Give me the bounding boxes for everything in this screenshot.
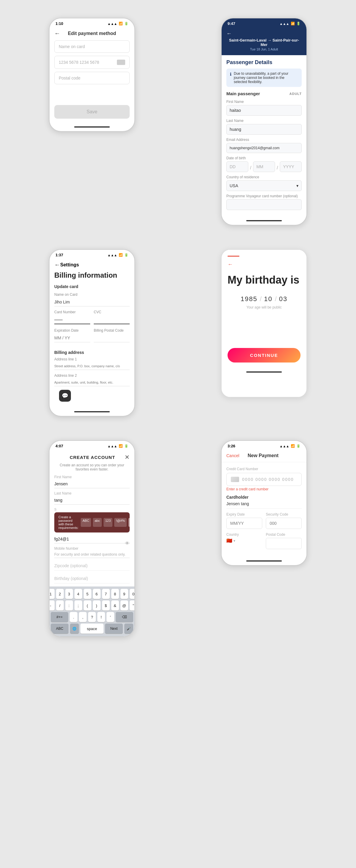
time-3: 1:37 [56, 253, 63, 257]
name-on-card-input-3[interactable] [54, 298, 130, 306]
key-ampersand[interactable]: & [111, 600, 119, 611]
first-name-label: First Name [226, 100, 302, 104]
key-quote[interactable]: " [130, 600, 135, 611]
dob-dd[interactable]: DD [226, 161, 248, 172]
status-icons-1: ▲▲▲ 📶 🔋 [108, 22, 128, 26]
screen1-phone: 1:10 ▲▲▲ 📶 🔋 ← Edit payment method Name … [49, 18, 135, 132]
cvc-section: CVC [94, 310, 130, 325]
backspace-key[interactable]: ⌫ [116, 612, 133, 622]
lastname-input[interactable] [54, 496, 130, 505]
key-exclaim[interactable]: ! [97, 612, 105, 622]
email-value[interactable]: huangshengxi2014@gmail.com [226, 143, 302, 153]
settings-nav: ← Settings [54, 259, 130, 271]
address2-label: Address line 2 [54, 373, 130, 378]
key-2[interactable]: 2 [56, 589, 64, 599]
address1-input[interactable] [54, 363, 130, 370]
expiry-input-6[interactable] [226, 518, 262, 529]
country-select[interactable]: USA ▾ [226, 180, 302, 191]
nav-bar-1: ← Edit payment method [50, 28, 135, 40]
screen2-header: ← Saint-Germain-Laval → Saint-Pair-sur-M… [221, 28, 306, 55]
postal-label-3: Billing Postal Code [94, 329, 130, 333]
screen4-content: ← My birthday is 1985 / 10 / 03 Your age… [221, 250, 306, 368]
save-button[interactable]: Save [54, 105, 130, 119]
key-3[interactable]: 3 [65, 589, 73, 599]
birthday-date-row: 1985 / 10 / 03 [228, 295, 300, 303]
key-more-symbols[interactable]: #+= [51, 612, 68, 622]
name-on-card-field[interactable]: Name on card [54, 40, 130, 53]
key-5[interactable]: 5 [84, 589, 91, 599]
key-7[interactable]: 7 [102, 589, 110, 599]
signal-icon: ▲▲▲ [108, 22, 117, 26]
first-name-value[interactable]: haitao [226, 105, 302, 116]
security-input[interactable] [266, 518, 302, 529]
back-button-4[interactable]: ← [228, 261, 300, 268]
key-comma[interactable]: , [79, 612, 87, 622]
postal-input-6[interactable] [266, 538, 302, 549]
req-chars: 8 Characters [128, 518, 135, 527]
abc-key[interactable]: ABC [51, 624, 68, 633]
key-1[interactable]: 1 [49, 589, 55, 599]
key-9[interactable]: 9 [120, 589, 128, 599]
key-0[interactable]: 0 [130, 589, 135, 599]
key-4[interactable]: 4 [75, 589, 82, 599]
chat-button[interactable]: 💬 [59, 390, 71, 402]
next-key[interactable]: Next [105, 624, 123, 633]
key-apostrophe[interactable]: ' [107, 612, 114, 622]
key-minus[interactable]: - [49, 600, 55, 611]
firstname-input[interactable] [54, 480, 130, 488]
key-question[interactable]: ? [88, 612, 96, 622]
cc-error-message: Enter a credit card number [226, 487, 302, 491]
cvc-input[interactable] [94, 315, 130, 324]
screen3-phone: 1:37 ▲▲▲ 📶 🔋 ← Settings Billing informat… [49, 249, 135, 416]
postal-label-6: Postal Code [266, 532, 302, 537]
card-number-label-3: Card Number [54, 310, 90, 314]
keyboard: 1 2 3 4 5 6 7 8 9 0 - / : [50, 587, 135, 636]
mic-icon-key[interactable]: 🎤 [124, 624, 133, 633]
cc-label: Credit Card Number [226, 467, 302, 471]
postal-field[interactable]: Postal code [54, 72, 130, 84]
mobile-label: Mobile Number [54, 547, 130, 551]
cardholder-value[interactable]: Jensen tang [226, 501, 302, 509]
key-6[interactable]: 6 [93, 589, 100, 599]
passenger-content: Passenger Details ℹ Due to unavailabilit… [221, 55, 306, 217]
address2-input[interactable] [54, 379, 130, 386]
country-selector[interactable]: 🇨🇳 ▾ [226, 538, 262, 544]
cancel-button[interactable]: Cancel [226, 453, 239, 458]
close-button[interactable]: ✕ [125, 454, 130, 461]
cc-number-field[interactable]: 0000 0000 0000 0000 [226, 473, 302, 486]
password-tooltip: Create a password with these requirement… [54, 512, 130, 532]
programme-input[interactable] [226, 199, 302, 210]
info-text: Due to unavailability, a part of your jo… [234, 71, 298, 84]
back-button-3[interactable]: ← [54, 261, 60, 268]
key-at[interactable]: @ [120, 600, 128, 611]
key-closeparen[interactable]: ) [93, 600, 100, 611]
password-input[interactable] [54, 535, 130, 544]
dob-label: Date of birth [226, 156, 302, 160]
postal-input-3[interactable] [94, 334, 130, 342]
back-button-2[interactable]: ← [226, 31, 232, 37]
back-button-1[interactable]: ← [54, 30, 60, 37]
key-dollar[interactable]: $ [102, 600, 110, 611]
dob-yyyy[interactable]: YYYY [280, 161, 302, 172]
card-number-field[interactable]: 1234 5678 1234 5678 [54, 56, 130, 69]
last-name-value[interactable]: huang [226, 124, 302, 135]
name-placeholder: Name on card [59, 44, 85, 49]
billing-address-label: Billing address [54, 350, 130, 355]
key-semicolon[interactable]: ; [75, 600, 82, 611]
expiry-input[interactable] [54, 334, 90, 342]
wifi-6: 📶 [291, 444, 295, 448]
continue-button[interactable]: CONTINUE [228, 348, 300, 363]
key-openparen[interactable]: ( [84, 600, 91, 611]
key-colon[interactable]: : [65, 600, 73, 611]
space-key[interactable]: space [80, 624, 103, 633]
globe-icon-key[interactable]: 🌐 [70, 624, 79, 633]
key-period[interactable]: . [70, 612, 78, 622]
key-8[interactable]: 8 [111, 589, 119, 599]
eye-icon[interactable]: 👁 [125, 541, 130, 546]
country-label-6: Country [226, 532, 262, 537]
key-slash[interactable]: / [56, 600, 64, 611]
screen1-title: Edit payment method [68, 31, 116, 36]
card-number-value[interactable]: —— [54, 315, 90, 324]
home-indicator-2 [246, 220, 282, 221]
dob-mm[interactable]: MM [253, 161, 275, 172]
